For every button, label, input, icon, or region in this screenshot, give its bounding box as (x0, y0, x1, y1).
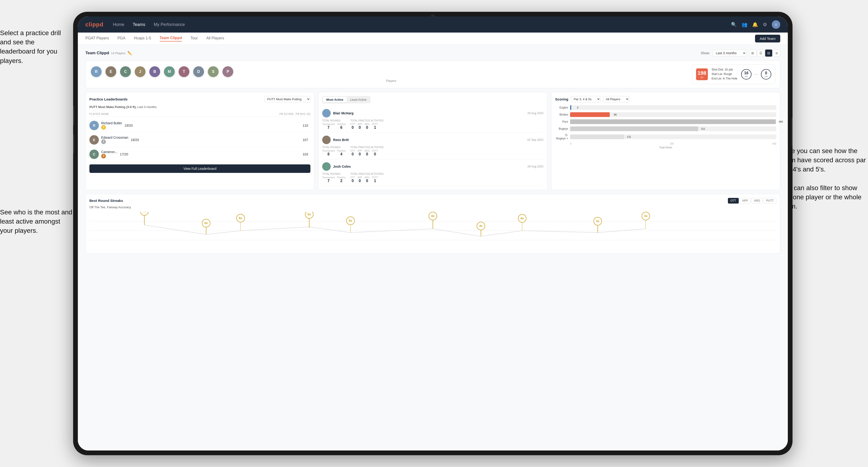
scoring-card: Scoring Par 3, 4 & 5s All Players E (551, 92, 780, 190)
rounds-values-1: Tournament 7 Practice 6 (322, 123, 346, 130)
putt-val-2: PUTT 0 (372, 150, 378, 156)
bar-eagles: Eagles 3 (555, 105, 776, 110)
player-avatar-4[interactable]: J (134, 66, 146, 77)
add-team-button[interactable]: Add Team (755, 35, 780, 42)
subnav-pga[interactable]: PGA (118, 36, 125, 41)
annotation-top-left: Select a practice drill and see the lead… (0, 28, 71, 65)
score-circles: 16 yds — 0 yds (741, 69, 771, 80)
activity-stats-1: Total Rounds Tournament 7 Practice (322, 119, 543, 130)
player-avatar-5[interactable]: B (149, 66, 161, 77)
player-avatar-9[interactable]: S (207, 66, 219, 77)
bar-dbogeys: D. Bogeys + 131 (555, 133, 776, 140)
par-filter-select[interactable]: Par 3, 4 & 5s (571, 96, 600, 102)
streak-bubble-5x-2: 5x (346, 217, 355, 232)
player-avatar-8[interactable]: D (193, 66, 205, 77)
activity-row-1: Blair McHarg 26 Aug 2023 Total Rounds To (322, 106, 543, 133)
subnav: PGAT Players PGA Hcaps 1-5 Team Clippd T… (78, 33, 788, 45)
player-avatar-1[interactable]: R (90, 66, 102, 77)
subnav-pgat[interactable]: PGAT Players (85, 36, 109, 41)
lb-avatar-1: R (89, 121, 99, 130)
subnav-tour[interactable]: Tour (190, 36, 198, 41)
streak-bubble-3x-1: 3x (593, 217, 602, 232)
score-value-box: 198 SC (696, 68, 708, 80)
leaderboard-table-header: PLAYER NAME PB SCORE PB AVG SQ (89, 112, 310, 117)
people-icon[interactable]: 👥 (742, 22, 747, 27)
streaks-title: Best Round Streaks (89, 198, 123, 203)
player-avatar-3[interactable]: C (120, 66, 131, 77)
show-period-select[interactable]: Last 3 months (713, 50, 746, 56)
activity-avatar-1 (322, 109, 331, 118)
bogeys-fill: 311 (570, 126, 699, 131)
most-active-btn[interactable]: Most Active (323, 97, 346, 102)
eagles-fill: 3 (570, 105, 571, 110)
app-streak-btn[interactable]: APP (740, 198, 750, 204)
bogeys-value: 311 (701, 127, 705, 130)
pars-label: Pars (555, 120, 568, 123)
table-view-btn[interactable]: ⊜ (773, 50, 780, 57)
subnav-hcaps[interactable]: Hcaps 1-5 (134, 36, 151, 41)
practice-values-3: OTT 0 APP 0 ARG (350, 176, 383, 183)
player-avatar-10[interactable]: P (222, 66, 234, 77)
app-content: clippd Home Teams My Performance 🔍 👥 🔔 ⚙… (78, 17, 788, 450)
subnav-team-clippd[interactable]: Team Clippd (160, 36, 182, 41)
player-info-1: R Richard Butler 1 (89, 121, 122, 130)
view-full-leaderboard-button[interactable]: View Full Leaderboard (89, 164, 310, 173)
search-icon[interactable]: 🔍 (731, 22, 737, 27)
score-card: 198 SC Shot Dist: 16 yds Start Lie: Roug… (692, 64, 775, 84)
navbar-link-home[interactable]: Home (113, 22, 124, 27)
activity-card: Most Active Least Active Blair McHarg (318, 92, 547, 190)
bell-icon[interactable]: 🔔 (752, 22, 758, 27)
app-val-3: APP 0 (357, 176, 362, 183)
ott-streak-btn[interactable]: OTT (728, 198, 739, 204)
active-toggle-group: Most Active Least Active (322, 96, 371, 103)
list-view-btn[interactable]: ☰ (757, 50, 764, 57)
edit-team-icon[interactable]: ✏️ (127, 51, 132, 55)
arg-val-1: ARG 0 (365, 123, 370, 130)
navbar-link-teams[interactable]: Teams (133, 22, 145, 27)
navbar-links: Home Teams My Performance (113, 22, 721, 27)
lb-score-1: 19/20 (125, 124, 300, 127)
streak-bubble-6x-2: 6x (236, 214, 245, 231)
settings-icon[interactable]: ⚙ (763, 22, 767, 27)
activity-player-3: Josh Coles (322, 162, 351, 171)
subnav-all-players[interactable]: All Players (206, 36, 224, 41)
eagles-track: 3 (570, 105, 776, 110)
lb-name-1: Richard Butler (101, 121, 122, 125)
leaderboard-title: Practice Leaderboards (89, 97, 128, 101)
least-active-btn[interactable]: Least Active (347, 97, 370, 102)
dbogeys-fill: 131 (570, 134, 624, 139)
total-rounds-group-3: Total Rounds Tournament 7 Practice (322, 173, 346, 183)
activity-name-2[interactable]: Rees Britt (333, 138, 349, 142)
leaderboard-subtitle: PUTT Must Make Putting (3-6 ft), Last 3 … (89, 105, 310, 109)
activity-name-3[interactable]: Josh Coles (333, 165, 351, 168)
best-round-streaks-card: Best Round Streaks OTT APP ARG PUTT Off … (85, 194, 780, 253)
player-avatar-6[interactable]: M (163, 66, 175, 77)
putt-streak-btn[interactable]: PUTT (764, 198, 776, 204)
annotation-right: Here you can see how the team have score… (781, 146, 868, 211)
lb-score-3: 17/20 (120, 152, 300, 156)
user-avatar[interactable]: U (772, 20, 780, 29)
activity-name-1[interactable]: Blair McHarg (333, 111, 353, 115)
navbar-link-performance[interactable]: My Performance (154, 22, 185, 27)
arg-streak-btn[interactable]: ARG (751, 198, 763, 204)
bogeys-track: 311 (570, 126, 776, 131)
eagles-label: Eagles (555, 106, 568, 109)
streak-bubble-4x-1: 4x (429, 212, 437, 229)
streak-bubble-5x-1: 5x (305, 212, 313, 228)
activity-row-3: Josh Coles 26 Aug 2023 Total Rounds Tour (322, 159, 543, 186)
player-avatar-2[interactable]: E (105, 66, 117, 77)
birdies-label: Birdies (555, 113, 568, 116)
tablet-frame: clippd Home Teams My Performance 🔍 👥 🔔 ⚙… (73, 12, 793, 455)
drill-select[interactable]: PUTT Must Make Putting (264, 96, 310, 102)
app-val-2: APP 0 (357, 150, 362, 156)
grid-view-btn[interactable]: ⊞ (749, 50, 756, 57)
player-avatar-7[interactable]: T (178, 66, 190, 77)
pars-value: 499 (779, 120, 783, 123)
player-filter-select[interactable]: All Players (603, 96, 629, 102)
scoring-bar-chart: Eagles 3 Birdies (555, 105, 776, 140)
activity-header: Most Active Least Active (322, 96, 543, 103)
card-view-btn[interactable]: ⊟ (765, 50, 772, 57)
players-label: Players (90, 79, 692, 83)
arg-val-3: ARG 0 (365, 176, 370, 183)
practice-val-2: Practice 4 (337, 150, 346, 156)
